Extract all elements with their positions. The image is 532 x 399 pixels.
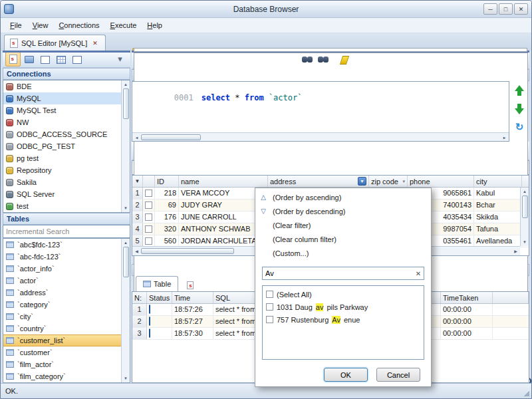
table-item[interactable]: `city`: [3, 311, 130, 323]
filter-menu-item[interactable]: (Clear column filter): [255, 232, 431, 246]
row-checkbox[interactable]: [145, 201, 152, 209]
menu-item[interactable]: Connections: [53, 19, 104, 31]
sql-editor[interactable]: 0001select * from `actor` ◀ ▶: [132, 81, 509, 142]
scroll-right-icon[interactable]: ▶: [511, 249, 520, 253]
row-checkbox[interactable]: [145, 225, 152, 233]
scrollbar-thumb[interactable]: [141, 248, 234, 254]
tab-table[interactable]: Table: [136, 276, 178, 291]
sql-editor-button[interactable]: [5, 52, 21, 66]
value-checkbox[interactable]: [266, 303, 273, 311]
titlebar[interactable]: Database Browser ─ □ ✕: [1, 1, 531, 18]
incremental-search-input[interactable]: [3, 225, 130, 238]
session-manager-button[interactable]: [69, 52, 84, 66]
scroll-down-icon[interactable]: ▼: [124, 204, 128, 212]
column-header-city[interactable]: city: [474, 176, 522, 187]
query-builder-button[interactable]: [37, 52, 53, 66]
close-button[interactable]: ✕: [514, 3, 528, 15]
connections-scrollbar[interactable]: ▲ ▼: [121, 80, 130, 212]
column-header-zipcode[interactable]: zip code ▾: [369, 176, 408, 187]
row-checkbox[interactable]: [145, 190, 152, 197]
column-header-n[interactable]: N:: [132, 292, 147, 303]
filter-menu-item[interactable]: △ (Order by ascending): [255, 190, 431, 204]
grid-vertical-scrollbar[interactable]: ▲ ▼: [520, 188, 529, 246]
column-header-name[interactable]: name: [179, 176, 268, 187]
table-item[interactable]: `customer`: [3, 346, 130, 358]
scroll-up-icon[interactable]: ▲: [124, 239, 128, 247]
connection-item[interactable]: MySQL Test: [3, 104, 130, 116]
table-item[interactable]: `address`: [3, 287, 130, 299]
tables-scrollbar[interactable]: ▲ ▼: [121, 239, 130, 382]
menu-item[interactable]: Execute: [105, 19, 142, 31]
scrollbar-thumb[interactable]: [123, 88, 129, 119]
menu-item[interactable]: File: [5, 19, 27, 31]
grid-menu-header[interactable]: ▼: [132, 176, 143, 187]
editor-horizontal-scrollbar[interactable]: ◀ ▶: [132, 132, 509, 141]
table-item[interactable]: `actor_info`: [3, 263, 130, 275]
table-item[interactable]: `actor`: [3, 275, 130, 287]
filter-menu-item[interactable]: (Clear filter): [255, 218, 431, 232]
table-item[interactable]: `country`: [3, 323, 130, 334]
connection-item[interactable]: BDE: [3, 80, 130, 92]
table-item[interactable]: `abc$fdc-123`: [3, 239, 130, 251]
table-item[interactable]: `film_actor`: [3, 358, 130, 370]
table-item[interactable]: `film_category`: [3, 370, 130, 382]
filter-search-input[interactable]: [263, 269, 413, 277]
scrollbar-thumb[interactable]: [141, 134, 201, 140]
row-checkbox[interactable]: [145, 213, 152, 221]
scrollbar-thumb[interactable]: [123, 247, 129, 277]
filter-menu-item[interactable]: ▽ (Order by descending): [255, 204, 431, 218]
connection-item[interactable]: ODBC_ACCESS_SOURCE: [3, 128, 130, 140]
filter-value-item[interactable]: 1031 Daugavpils Parkway: [263, 301, 424, 313]
row-checkbox[interactable]: [145, 237, 152, 245]
connection-item[interactable]: test: [3, 200, 130, 212]
new-sql-editor-button[interactable]: [21, 52, 37, 66]
scroll-down-icon[interactable]: ▼: [124, 374, 128, 382]
connection-item[interactable]: ODBC_PG_TEST: [3, 140, 130, 152]
maximize-button[interactable]: □: [499, 3, 513, 15]
scrollbar-thumb[interactable]: [522, 196, 528, 218]
clear-filter-search-icon[interactable]: ✕: [413, 270, 424, 277]
cancel-button[interactable]: Cancel: [376, 368, 420, 382]
zip-filter-icon[interactable]: ▾: [402, 179, 405, 184]
tab-sql-editor[interactable]: SQL Editor [MySQL] ✕: [4, 35, 106, 51]
connection-item[interactable]: SQL Server: [3, 188, 130, 200]
filter-value-item[interactable]: 757 Rustenburg Avenue: [263, 313, 424, 326]
column-header-id[interactable]: ID: [155, 176, 179, 187]
filter-value-item[interactable]: (Select All): [263, 288, 424, 301]
scroll-left-icon[interactable]: ◀: [132, 249, 141, 253]
address-filter-icon[interactable]: ▼: [358, 177, 366, 186]
connection-item[interactable]: Repository: [3, 164, 130, 176]
table-item[interactable]: `abc-fdc-123`: [3, 251, 130, 263]
column-header-address[interactable]: address ▼: [268, 176, 369, 187]
minimize-button[interactable]: ─: [483, 3, 497, 15]
menu-item[interactable]: View: [27, 19, 54, 31]
scroll-right-icon[interactable]: ▶: [500, 135, 509, 140]
previous-query-button[interactable]: [513, 85, 525, 96]
column-header-phone[interactable]: phone: [408, 176, 474, 187]
paste-button[interactable]: [241, 53, 256, 67]
scroll-up-icon[interactable]: ▲: [523, 188, 527, 196]
tab-close-icon[interactable]: ✕: [90, 39, 100, 47]
menu-item[interactable]: Help: [142, 19, 168, 31]
table-item[interactable]: `category`: [3, 299, 130, 311]
table-item[interactable]: `customer_list`: [3, 334, 130, 346]
checkbox-column-header[interactable]: [143, 176, 155, 187]
connection-item[interactable]: MySQL: [3, 92, 130, 104]
column-header-timetaken[interactable]: TimeTaken: [441, 292, 493, 303]
scroll-up-icon[interactable]: ▲: [124, 80, 128, 88]
column-header-time[interactable]: Time: [172, 292, 213, 303]
refresh-button[interactable]: ↻: [513, 121, 525, 132]
toolbar-overflow-button[interactable]: ▾: [112, 52, 128, 66]
connection-item[interactable]: NW: [3, 116, 130, 128]
scroll-down-icon[interactable]: ▼: [523, 238, 527, 246]
filter-menu-item[interactable]: (Custom...): [255, 246, 431, 260]
column-header-status[interactable]: Status: [147, 292, 172, 303]
connection-item[interactable]: Sakila: [3, 176, 130, 188]
connection-item[interactable]: pg test: [3, 152, 130, 164]
ok-button[interactable]: OK: [324, 368, 368, 382]
scroll-left-icon[interactable]: ◀: [132, 135, 141, 140]
value-checkbox[interactable]: [266, 291, 273, 298]
value-checkbox[interactable]: [266, 316, 273, 323]
next-query-button[interactable]: [513, 103, 525, 114]
table-view-button[interactable]: [53, 52, 68, 66]
